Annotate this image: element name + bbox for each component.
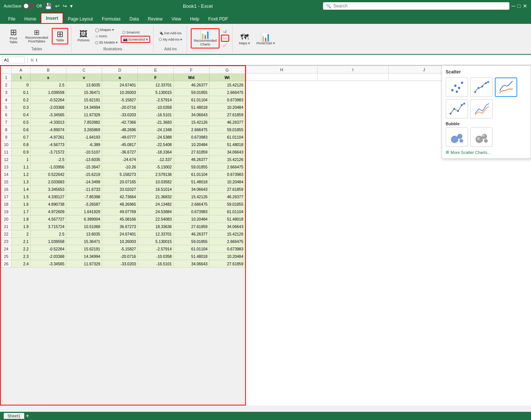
data-cell[interactable]: -24.5388 bbox=[138, 133, 173, 141]
data-cell[interactable]: 2.5 bbox=[30, 230, 66, 238]
data-cell[interactable]: -11.6733 bbox=[66, 186, 102, 193]
data-cell[interactable]: 0.5 bbox=[12, 119, 31, 126]
data-cell[interactable]: 1.4 bbox=[12, 186, 31, 193]
data-cell[interactable]: 15.42126 bbox=[209, 156, 245, 163]
data-cell[interactable]: 61.01104 bbox=[209, 208, 245, 215]
data-cell[interactable]: -1.64193 bbox=[66, 133, 102, 141]
data-cell[interactable]: 48.26965 bbox=[102, 200, 138, 208]
data-cell[interactable]: -3.34565 bbox=[30, 260, 66, 268]
col-E[interactable]: E bbox=[138, 66, 173, 74]
data-cell[interactable]: 46.26377 bbox=[209, 193, 245, 200]
table-button[interactable]: ⊞ Table bbox=[52, 28, 68, 44]
col-A[interactable]: A bbox=[12, 66, 31, 74]
data-cell[interactable]: 3.345653 bbox=[30, 186, 66, 193]
data-cell[interactable]: 0.673983 bbox=[209, 245, 245, 253]
data-cell[interactable]: Wt bbox=[209, 74, 245, 81]
data-cell[interactable]: 5.130015 bbox=[138, 89, 173, 96]
data-cell[interactable]: -22.5408 bbox=[138, 141, 173, 148]
data-cell[interactable]: 2.4 bbox=[12, 260, 31, 268]
data-cell[interactable]: 11.67329 bbox=[66, 111, 102, 119]
scatter-smooth-option[interactable] bbox=[495, 78, 517, 97]
data-cell[interactable]: 2 bbox=[12, 230, 31, 238]
data-cell[interactable]: 15.42126 bbox=[209, 230, 245, 238]
data-cell[interactable]: -4.56773 bbox=[30, 141, 66, 148]
data-cell[interactable]: 15.42126 bbox=[173, 193, 209, 200]
data-cell[interactable]: -10.5107 bbox=[66, 148, 102, 156]
smartart-button[interactable]: ⬡ SmartArt bbox=[121, 29, 150, 35]
data-cell[interactable]: -6.389 bbox=[66, 141, 102, 148]
row-header[interactable]: 10 bbox=[1, 141, 12, 148]
get-addins-button[interactable]: 🔌 Get Add-ins bbox=[157, 30, 184, 36]
data-cell[interactable]: 0.522642 bbox=[30, 171, 66, 178]
data-cell[interactable]: -45.0817 bbox=[102, 141, 138, 148]
data-cell[interactable]: 2.666475 bbox=[173, 126, 209, 133]
data-cell[interactable]: 27.61859 bbox=[209, 111, 245, 119]
data-cell[interactable]: v bbox=[66, 74, 102, 81]
scatter-straight-option[interactable] bbox=[470, 99, 493, 119]
row-header[interactable]: 16 bbox=[1, 186, 12, 193]
data-cell[interactable]: 0.1 bbox=[12, 89, 31, 96]
data-cell[interactable]: 51.48018 bbox=[209, 141, 245, 148]
data-cell[interactable]: -4.97261 bbox=[30, 133, 66, 141]
cell-reference[interactable] bbox=[2, 57, 25, 63]
row-header[interactable]: 5 bbox=[1, 104, 12, 111]
data-cell[interactable]: 59.01855 bbox=[173, 163, 209, 171]
data-cell[interactable]: 0.673983 bbox=[173, 133, 209, 141]
data-cell[interactable]: 27.61859 bbox=[209, 186, 245, 193]
data-cell[interactable]: F bbox=[138, 74, 173, 81]
tab-insert[interactable]: Insert bbox=[41, 13, 63, 24]
search-wrapper[interactable]: 🔍 bbox=[323, 2, 509, 10]
data-cell[interactable]: 24.67401 bbox=[102, 81, 138, 89]
data-cell[interactable]: -33.0203 bbox=[102, 111, 138, 119]
row-header[interactable]: 21 bbox=[1, 223, 12, 230]
3dmodels-button[interactable]: ⬡ 3D Models ▾ bbox=[94, 40, 120, 45]
data-cell[interactable]: 61.01104 bbox=[209, 133, 245, 141]
data-cell[interactable]: -20.0716 bbox=[102, 253, 138, 260]
data-cell[interactable]: 1.7 bbox=[12, 208, 31, 215]
data-cell[interactable]: 3.715724 bbox=[30, 223, 66, 230]
tab-foxit[interactable]: Foxit PDF bbox=[204, 14, 233, 24]
data-cell[interactable]: 0.673983 bbox=[173, 208, 209, 215]
data-cell[interactable]: 2.2 bbox=[12, 245, 31, 253]
data-cell[interactable]: -3.34565 bbox=[30, 111, 66, 119]
data-cell[interactable]: -2.57914 bbox=[138, 96, 173, 104]
data-cell[interactable]: 0.673983 bbox=[209, 171, 245, 178]
undo-button[interactable]: ↩ bbox=[55, 3, 60, 9]
data-cell[interactable]: -15.6219 bbox=[66, 171, 102, 178]
data-cell[interactable]: -1.03956 bbox=[30, 163, 66, 171]
data-cell[interactable]: -3.26587 bbox=[66, 200, 102, 208]
data-cell[interactable]: 51.48018 bbox=[173, 178, 209, 186]
data-cell[interactable]: 0.8 bbox=[12, 141, 31, 148]
data-cell[interactable]: -0.52264 bbox=[30, 96, 66, 104]
data-cell[interactable]: 46.26377 bbox=[173, 156, 209, 163]
close-button[interactable]: ✕ bbox=[523, 3, 527, 9]
shapes-button[interactable]: ◯ Shapes ▾ bbox=[94, 27, 120, 33]
data-cell[interactable]: -13.6035 bbox=[66, 156, 102, 163]
data-cell[interactable]: 3.265869 bbox=[66, 126, 102, 133]
data-cell[interactable]: 14.34994 bbox=[66, 253, 102, 260]
empty-cell[interactable] bbox=[317, 73, 389, 81]
data-cell[interactable]: 46.26377 bbox=[173, 81, 209, 89]
data-cell[interactable]: 51.48018 bbox=[173, 253, 209, 260]
data-cell[interactable]: -16.5101 bbox=[138, 260, 173, 268]
col-F[interactable]: F bbox=[173, 66, 209, 74]
customize-button[interactable]: ▾ bbox=[70, 3, 73, 9]
sheet-tab[interactable]: Sheet1 bbox=[4, 413, 24, 419]
data-cell[interactable]: -2.57914 bbox=[138, 245, 173, 253]
row-header[interactable]: 1 bbox=[1, 74, 12, 81]
row-header[interactable]: 12 bbox=[1, 156, 12, 163]
maximize-button[interactable]: □ bbox=[518, 3, 521, 9]
data-cell[interactable]: -10.26 bbox=[102, 163, 138, 171]
data-cell[interactable]: -2.03368 bbox=[30, 104, 66, 111]
data-cell[interactable]: 2.579136 bbox=[138, 171, 173, 178]
data-cell[interactable]: -4.89074 bbox=[30, 126, 66, 133]
redo-button[interactable]: ↪ bbox=[63, 3, 67, 9]
data-cell[interactable]: -16.5101 bbox=[138, 111, 173, 119]
data-cell[interactable]: x bbox=[30, 74, 66, 81]
data-cell[interactable]: 2.5 bbox=[30, 81, 66, 89]
data-cell[interactable]: 0.2 bbox=[12, 96, 31, 104]
data-cell[interactable]: 33.02027 bbox=[102, 186, 138, 193]
data-cell[interactable]: 34.06643 bbox=[173, 111, 209, 119]
screenshot-button[interactable]: 📷 Screenshot ▾ bbox=[121, 36, 150, 43]
row-header[interactable]: 4 bbox=[1, 96, 12, 104]
